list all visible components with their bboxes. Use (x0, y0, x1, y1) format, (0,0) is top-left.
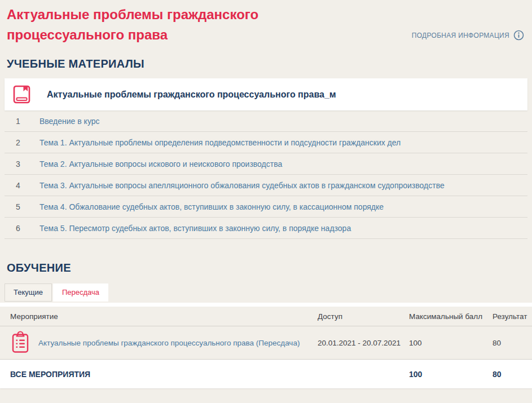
lesson-number: 5 (5, 202, 39, 211)
tab-current[interactable]: Текущие (5, 284, 52, 302)
event-link[interactable]: Актуальные проблемы гражданского процесс… (38, 339, 300, 347)
col-header-event: Мероприятие (6, 312, 313, 321)
lesson-number: 3 (5, 160, 39, 169)
training-table: Мероприятие Доступ Максимальный балл Рез… (0, 307, 532, 388)
materials-section-title: УЧЕБНЫЕ МАТЕРИАЛЫ (0, 57, 532, 70)
event-max-score: 100 (405, 339, 488, 347)
info-circle-icon[interactable] (513, 30, 524, 41)
footer-result: 80 (488, 370, 526, 379)
tab-retake[interactable]: Пересдача (53, 284, 108, 302)
page-title: Актуальные проблемы гражданского процесс… (7, 5, 300, 45)
lesson-row[interactable]: 4 Тема 3. Актуальные вопросы апелляционн… (5, 175, 527, 196)
col-header-access: Доступ (313, 312, 405, 321)
course-page: Актуальные проблемы гражданского процесс… (0, 0, 532, 403)
lesson-number: 2 (5, 138, 39, 147)
col-header-max-score: Максимальный балл (405, 312, 488, 321)
table-footer-row: ВСЕ МЕРОПРИЯТИЯ 100 80 (0, 360, 532, 388)
page-header: Актуальные проблемы гражданского процесс… (0, 3, 532, 45)
lesson-row[interactable]: 3 Тема 2. Актуальные вопросы искового и … (5, 153, 527, 175)
lesson-row[interactable]: 6 Тема 5. Пересмотр судебных актов, всту… (5, 218, 527, 239)
book-icon (11, 84, 32, 105)
detailed-info-label: ПОДРОБНАЯ ИНФОРМАЦИЯ (412, 32, 509, 39)
lesson-row[interactable]: 5 Тема 4. Обжалование судебных актов, вс… (5, 196, 527, 218)
materials-section: УЧЕБНЫЕ МАТЕРИАЛЫ Актуальные проблемы гр… (0, 57, 532, 239)
detailed-info-link[interactable]: ПОДРОБНАЯ ИНФОРМАЦИЯ (412, 30, 524, 41)
col-header-result: Результат (488, 312, 526, 321)
lesson-number: 4 (5, 181, 39, 190)
training-tabs: Текущие Пересдача (0, 284, 532, 302)
table-row[interactable]: Актуальные проблемы гражданского процесс… (0, 326, 532, 360)
training-section-title: ОБУЧЕНИЕ (0, 262, 532, 274)
event-result: 80 (488, 339, 526, 347)
clipboard-list-icon (10, 331, 30, 355)
lesson-link[interactable]: Тема 4. Обжалование судебных актов, всту… (39, 202, 384, 211)
lesson-number: 6 (5, 224, 39, 233)
event-cell[interactable]: Актуальные проблемы гражданского процесс… (6, 331, 313, 355)
footer-label: ВСЕ МЕРОПРИЯТИЯ (6, 370, 313, 379)
footer-max-score: 100 (405, 370, 488, 379)
lesson-number: 1 (5, 117, 39, 126)
training-section: ОБУЧЕНИЕ Текущие Пересдача Мероприятие Д… (0, 262, 532, 388)
course-card-title: Актуальные проблемы гражданского процесс… (47, 90, 336, 100)
lesson-list: 1 Введение в курс 2 Тема 1. Актуальные п… (5, 110, 527, 239)
lesson-link[interactable]: Введение в курс (39, 117, 100, 126)
table-header-row: Мероприятие Доступ Максимальный балл Рез… (0, 307, 532, 326)
course-card[interactable]: Актуальные проблемы гражданского процесс… (5, 78, 527, 110)
lesson-row[interactable]: 2 Тема 1. Актуальные проблемы определени… (5, 132, 527, 153)
lesson-row[interactable]: 1 Введение в курс (5, 110, 527, 132)
event-access-dates: 20.01.2021 - 20.07.2021 (313, 339, 405, 347)
lesson-link[interactable]: Тема 5. Пересмотр судебных актов, вступи… (39, 224, 351, 233)
tabs-underline (0, 303, 532, 307)
lesson-link[interactable]: Тема 3. Актуальные вопросы апелляционног… (39, 181, 445, 190)
lesson-link[interactable]: Тема 1. Актуальные проблемы определения … (39, 138, 401, 147)
lesson-link[interactable]: Тема 2. Актуальные вопросы искового и не… (39, 160, 282, 169)
